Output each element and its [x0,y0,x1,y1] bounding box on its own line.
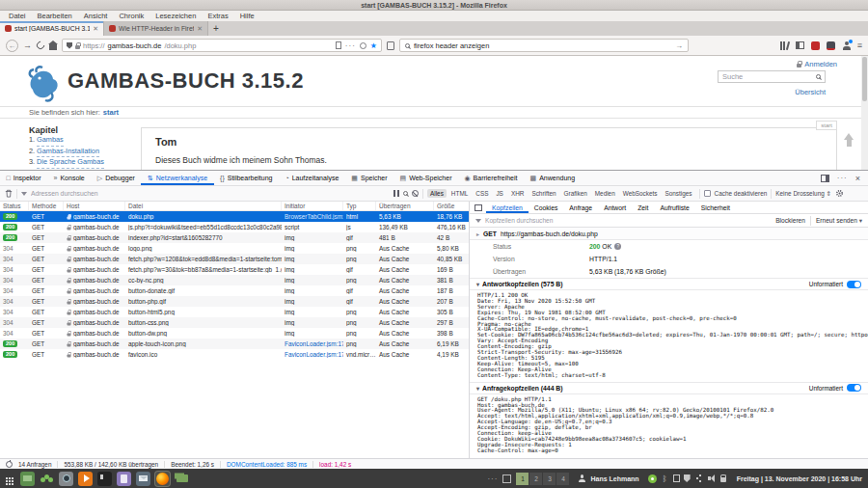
library-icon[interactable] [780,41,789,50]
network-tray-icon[interactable] [694,474,703,483]
extension-icon[interactable] [827,41,835,50]
extension-shield-icon[interactable] [811,41,820,50]
type-filter-button[interactable]: Schriften [529,189,558,198]
request-row[interactable]: 304 304 GET gambas-buch.de logo.png img … [0,243,469,254]
chapter-link[interactable]: Gambas-Installation [37,147,99,158]
request-row[interactable]: 304 304 GET gambas-buch.de fetch.php?w=1… [0,254,469,264]
pocket-icon[interactable] [360,42,366,49]
back-to-top-icon[interactable] [844,133,854,147]
type-filter-button[interactable]: Sonstiges [663,189,695,198]
back-button[interactable]: ← [6,40,18,52]
site-search-icon[interactable] [816,74,821,79]
account-icon[interactable] [842,41,851,50]
type-filter-button[interactable]: Alles [427,189,447,198]
forward-button[interactable]: → [23,41,32,50]
page-actions-icon[interactable] [345,41,356,50]
devtools-menu-icon[interactable] [837,174,848,182]
devtools-tab[interactable]: Web-Speicher [393,171,458,185]
new-tab-button[interactable] [208,21,224,36]
network-search-icon[interactable] [403,191,408,196]
request-row[interactable]: 200 200 GET gambas-buch.de js.php?t=doku… [0,222,469,232]
column-header[interactable]: Initiator [282,202,343,210]
clear-requests-icon[interactable] [5,189,13,198]
breadcrumb-start-link[interactable]: start [103,108,119,117]
block-button[interactable]: Blockieren [775,217,805,224]
initiator-cell[interactable]: img [282,287,343,294]
details-tab[interactable]: Antwort [598,202,632,213]
devtools-close-icon[interactable] [855,174,860,183]
workspace-button[interactable]: 4 [556,473,569,485]
chapter-link[interactable]: Gambas [37,135,64,147]
request-blocking-icon[interactable] [412,190,419,197]
volume-icon[interactable] [707,474,716,483]
column-header[interactable]: Größe [434,202,470,210]
devtools-tab[interactable]: Stilbearbeitung [214,171,279,185]
bluetooth-icon[interactable] [661,474,669,483]
initiator-cell[interactable]: img [282,319,343,326]
initiator-cell[interactable]: FaviconLoader.jsm:179 … [282,351,343,358]
file-manager-icon[interactable] [175,472,189,486]
search-go-icon[interactable] [675,41,683,50]
request-row[interactable]: 200 200 GET gambas-buch.de doku.php Brow… [0,211,469,222]
terminal-icon[interactable] [97,472,112,486]
stopwatch-icon[interactable] [6,461,13,468]
reader-mode-icon[interactable] [336,41,341,49]
raw-toggle[interactable] [847,281,861,288]
type-filter-button[interactable]: CSS [473,189,491,198]
menu-item[interactable]: Ansicht [78,11,114,21]
initiator-cell[interactable]: img [282,266,343,273]
media-player-icon[interactable] [78,472,93,486]
page-scrollbar-thumb[interactable] [862,57,867,101]
tab-close-icon[interactable]: ✕ [197,25,203,33]
security-shield-icon[interactable] [684,474,691,482]
request-row[interactable]: 200 200 GET gambas-buch.de apple-touch-i… [0,339,469,349]
twisty-icon[interactable] [476,230,479,237]
workspace-button[interactable]: 2 [529,473,542,485]
menu-item[interactable]: Extras [202,11,233,21]
firefox-taskbar-icon[interactable] [155,472,170,486]
mint-menu-icon[interactable] [40,472,54,486]
window-titlebar[interactable]: start [GAMBAS-BUCH 3.15.2] - Mozilla Fir… [0,0,868,11]
initiator-cell[interactable]: img [282,298,343,305]
address-filter-input[interactable] [31,190,390,197]
devtools-tab[interactable]: Anwendung [524,171,582,185]
page-scrollbar[interactable] [861,56,868,170]
tab-close-icon[interactable]: ✕ [93,25,98,33]
screenshot-tool-icon[interactable] [59,472,73,486]
site-search-box[interactable] [718,70,826,83]
headers-filter-input[interactable] [485,217,659,224]
column-header[interactable]: Host [64,202,125,210]
request-row[interactable]: 304 304 GET gambas-buch.de button-php.gi… [0,296,469,307]
request-row[interactable]: 304 304 GET gambas-buch.de cc-by-nc.png … [0,275,469,285]
bookmarks-menu-icon[interactable] [387,41,394,50]
resend-button[interactable]: Erneut senden [816,217,862,225]
devtools-tab[interactable]: Speicher [345,171,393,185]
messenger-tray-icon[interactable] [648,474,657,483]
column-header[interactable]: Methode [29,202,64,210]
overview-link[interactable]: Übersicht [795,88,826,96]
request-row[interactable]: 200 200 GET gambas-buch.de favicon.ico F… [0,349,469,360]
email-icon[interactable] [136,472,150,486]
workspace-button[interactable]: 1 [516,473,529,485]
help-icon[interactable] [614,243,621,250]
request-row[interactable]: 200 200 GET gambas-buch.de indexer.php?i… [0,232,469,243]
details-tab[interactable]: Aufrufliste [655,202,695,213]
menu-item[interactable]: Hilfe [234,11,260,21]
reload-button[interactable] [35,40,45,50]
request-summary-line[interactable]: GET https://gambas-buch.de/doku.php [470,228,868,240]
menu-item[interactable]: Datei [3,11,32,21]
ssl-lock-icon[interactable] [75,45,80,49]
initiator-cell[interactable]: img [282,234,343,241]
menu-hamburger-icon[interactable] [857,41,862,50]
request-row[interactable]: 304 304 GET gambas-buch.de fetch.php?w=3… [0,264,469,275]
details-tab[interactable]: Zeit [632,202,654,213]
request-headers-section[interactable]: Anfragekopfzeilen (444 B) Unformatiert [470,382,868,394]
request-row[interactable]: 304 304 GET gambas-buch.de button-css.pn… [0,317,469,328]
throttling-select[interactable]: Keine Drosselung [775,190,831,198]
browser-tab[interactable]: Wie HTTP-Header in Firefo… ✕ [104,21,208,36]
devtools-tab[interactable]: Debugger [91,171,141,185]
app-menu-icon[interactable] [6,477,8,479]
login-link[interactable]: Anmelden [797,60,837,68]
request-row[interactable]: 304 304 GET gambas-buch.de button-html5.… [0,307,469,317]
details-tab[interactable]: Kopfzeilen [486,202,529,213]
